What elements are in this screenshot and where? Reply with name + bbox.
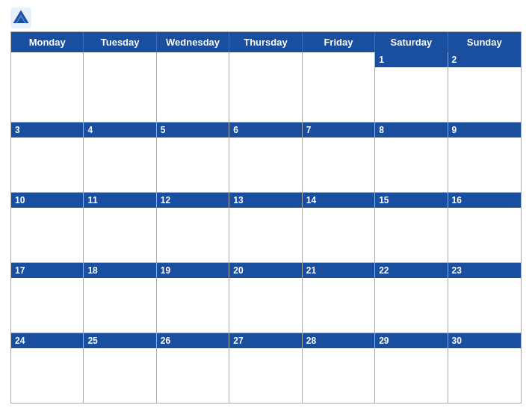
calendar-cell: 28 [303, 333, 375, 403]
cell-body [375, 137, 447, 192]
calendar-week-1: 12 [11, 52, 521, 122]
day-number: 8 [375, 123, 447, 137]
calendar-cell: 3 [11, 123, 84, 192]
day-number: 20 [229, 263, 301, 278]
calendar-cell [303, 52, 375, 122]
cell-body [448, 348, 521, 403]
calendar-grid: MondayTuesdayWednesdayThursdayFridaySatu… [10, 31, 522, 404]
cell-body [11, 348, 83, 403]
calendar-cell: 16 [448, 193, 521, 262]
day-number: 27 [229, 333, 301, 348]
day-number: 29 [375, 333, 447, 348]
day-number: 30 [448, 333, 521, 348]
day-number: 1 [375, 52, 447, 67]
cell-body [84, 208, 155, 262]
weekday-header-saturday: Saturday [375, 32, 448, 52]
day-number: 5 [157, 123, 229, 137]
cell-body [303, 348, 374, 403]
calendar-cell: 17 [11, 263, 84, 333]
calendar-page: MondayTuesdayWednesdayThursdayFridaySatu… [0, 0, 532, 411]
day-number: 4 [84, 123, 155, 137]
calendar-cell: 4 [84, 123, 156, 192]
weekday-header-friday: Friday [303, 32, 375, 52]
generalblue-icon [10, 7, 31, 28]
cell-body [375, 348, 447, 403]
calendar-cell: 9 [448, 123, 521, 192]
day-number: 17 [11, 263, 83, 278]
day-number: 13 [229, 193, 301, 208]
logo [10, 7, 34, 28]
calendar-cell: 21 [303, 263, 375, 333]
day-number: 12 [157, 193, 229, 208]
day-number: 14 [303, 193, 374, 208]
cell-body [229, 57, 301, 122]
calendar-cell: 13 [229, 193, 302, 262]
weekday-header-wednesday: Wednesday [157, 32, 229, 52]
cell-body [11, 278, 83, 333]
day-number: 3 [11, 123, 83, 137]
calendar-cell: 14 [303, 193, 375, 262]
cell-body [157, 348, 229, 403]
cell-body [229, 348, 301, 403]
calendar-cell: 27 [229, 333, 302, 403]
cell-body [303, 208, 374, 262]
calendar-body: 1234567891011121314151617181920212223242… [11, 52, 521, 403]
weekday-header-sunday: Sunday [448, 32, 521, 52]
cell-body [84, 348, 155, 403]
calendar-cell: 19 [157, 263, 229, 333]
cell-body [84, 57, 155, 122]
day-number: 22 [375, 263, 447, 278]
cell-body [157, 208, 229, 262]
cell-body [303, 57, 374, 122]
calendar-cell [229, 52, 302, 122]
calendar-cell: 26 [157, 333, 229, 403]
cell-body [448, 137, 521, 192]
calendar-week-5: 24252627282930 [11, 333, 521, 403]
day-number: 16 [448, 193, 521, 208]
day-number: 26 [157, 333, 229, 348]
cell-body [448, 278, 521, 333]
calendar-cell: 6 [229, 123, 302, 192]
day-number: 19 [157, 263, 229, 278]
top-bar [10, 7, 522, 28]
cell-body [84, 137, 155, 192]
calendar-week-4: 17181920212223 [11, 262, 521, 333]
calendar-cell: 12 [157, 193, 229, 262]
calendar-week-2: 3456789 [11, 122, 521, 192]
day-number: 9 [448, 123, 521, 137]
calendar-cell: 24 [11, 333, 84, 403]
cell-body [448, 208, 521, 262]
cell-body [375, 278, 447, 333]
weekday-header-tuesday: Tuesday [84, 32, 156, 52]
calendar-cell: 7 [303, 123, 375, 192]
day-number: 24 [11, 333, 83, 348]
calendar-header: MondayTuesdayWednesdayThursdayFridaySatu… [11, 32, 521, 52]
calendar-cell: 15 [375, 193, 448, 262]
day-number: 23 [448, 263, 521, 278]
cell-body [157, 57, 229, 122]
calendar-cell: 10 [11, 193, 84, 262]
day-number: 2 [448, 52, 521, 67]
weekday-header-thursday: Thursday [229, 32, 302, 52]
calendar-cell: 1 [375, 52, 448, 122]
cell-body [448, 67, 521, 122]
calendar-cell: 29 [375, 333, 448, 403]
calendar-cell: 5 [157, 123, 229, 192]
calendar-cell [84, 52, 156, 122]
day-number: 25 [84, 333, 155, 348]
calendar-cell: 25 [84, 333, 156, 403]
cell-body [157, 278, 229, 333]
cell-body [229, 278, 301, 333]
cell-body [11, 208, 83, 262]
day-number: 21 [303, 263, 374, 278]
calendar-cell: 30 [448, 333, 521, 403]
cell-body [11, 57, 83, 122]
cell-body [157, 137, 229, 192]
day-number: 15 [375, 193, 447, 208]
cell-body [375, 208, 447, 262]
day-number: 7 [303, 123, 374, 137]
calendar-cell [11, 52, 84, 122]
day-number: 10 [11, 193, 83, 208]
calendar-week-3: 10111213141516 [11, 192, 521, 262]
cell-body [229, 208, 301, 262]
